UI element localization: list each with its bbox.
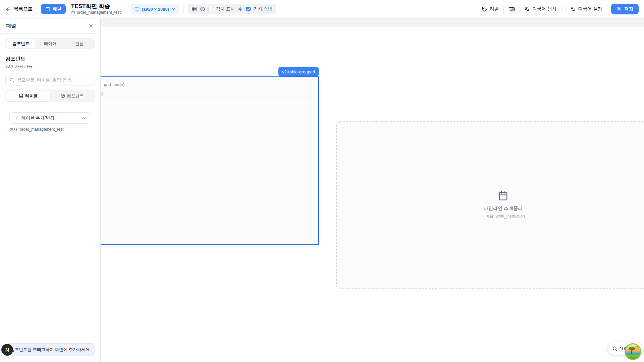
placeholder-table-ref: 테이블: work_instruction <box>481 214 525 219</box>
page-title: TEST화면 화승 <box>71 3 121 10</box>
save-button-label: 저장 <box>624 6 633 12</box>
filter-tab-tables[interactable]: 테이블 <box>6 90 50 101</box>
sliders-icon <box>571 7 576 12</box>
toolbar-right: 라벨 다국어 생성 <box>477 4 639 14</box>
toolbar-divider <box>37 5 37 13</box>
current-table-text: 현재: order_management_test <box>9 127 91 132</box>
drag-hint: 컴포넌트를 드래그하여 화면에 추가하세요 <box>5 343 95 356</box>
panel-divider <box>5 137 95 137</box>
timeline-scheduler-placeholder[interactable]: 타임라인 스케줄러 테이블: work_instruction <box>336 121 644 289</box>
user-presence-avatar: N <box>1 344 13 356</box>
component-header-text: : part_code) <box>101 82 124 87</box>
filter-tab-components[interactable]: 컴포넌트 <box>50 90 94 101</box>
eye-off-icon[interactable] <box>200 6 205 12</box>
component-search <box>5 74 95 85</box>
grid-show-checkbox[interactable] <box>208 7 213 11</box>
grid-toolbar-group: 격자 표시 격자 스냅 <box>188 4 276 14</box>
grid-snap-label: 격자 스냅 <box>254 6 272 12</box>
keyboard-icon <box>508 6 515 12</box>
add-table-button[interactable]: 테이블 추가/변경 <box>9 112 91 124</box>
palm-trunk-shape <box>631 349 633 354</box>
tab-layers[interactable]: 레이어 <box>36 39 65 48</box>
side-panel: 패널 컴포넌트 레이어 편집 컴포넌트 83개 사용 가능 <box>0 18 101 362</box>
plus-icon <box>14 116 18 120</box>
drag-hint-text: 컴포넌트를 <box>11 347 33 352</box>
i18n-settings-label: 다국어 설정 <box>578 6 602 12</box>
panel-toggle-button[interactable]: 패널 <box>41 4 66 14</box>
arrow-left-icon <box>5 6 11 12</box>
tab-edit[interactable]: 편집 <box>65 39 94 48</box>
languages-icon <box>525 7 530 12</box>
database-icon <box>71 10 75 14</box>
resolution-value: (644 × 362) <box>142 7 169 12</box>
resolution-select[interactable]: (644 × 362) <box>130 4 179 14</box>
canvas-guide-line <box>101 47 644 47</box>
i18n-settings-button[interactable]: 다국어 설정 <box>566 4 607 14</box>
panel-header: 패널 <box>0 18 100 34</box>
magnifier-icon <box>612 346 618 351</box>
save-button[interactable]: 저장 <box>611 4 639 14</box>
drag-hint-text: 하여 화면에 추가하세요 <box>45 347 90 352</box>
chevron-down-icon <box>83 116 87 120</box>
search-input[interactable] <box>17 77 91 82</box>
label-button-text: 라벨 <box>490 6 499 12</box>
save-icon <box>616 7 622 12</box>
database-icon <box>19 94 23 98</box>
screen-title-block: TEST화면 화승 order_management_test <box>71 3 121 15</box>
i18n-generate-label: 다국어 생성 <box>532 6 556 12</box>
components-section-title: 컴포넌트 <box>5 56 95 62</box>
chevron-down-icon <box>171 7 175 11</box>
close-icon <box>88 23 94 28</box>
bound-table-name: order_management_test <box>77 10 121 15</box>
tag-icon <box>482 7 487 12</box>
bolt-icon <box>238 7 243 12</box>
placeholder-title: 타임라인 스케줄러 <box>484 205 523 212</box>
package-icon <box>60 94 65 98</box>
screen-editor: v2-table-grouped : part_code) g 타임라인 스케줄… <box>0 0 644 362</box>
keyboard-shortcuts-button[interactable] <box>508 5 516 13</box>
components-count: 83개 사용 가능 <box>5 64 95 69</box>
panel-body: 컴포넌트 83개 사용 가능 테이블 <box>0 56 100 137</box>
filter-tab-label: 컴포넌트 <box>67 93 84 99</box>
toolbar-divider <box>183 5 184 13</box>
add-table-label: 테이블 추가/변경 <box>21 115 54 121</box>
back-button[interactable]: 목록으로 <box>5 6 33 12</box>
tab-components[interactable]: 컴포넌트 <box>6 39 36 48</box>
toolbar-divider <box>126 5 126 13</box>
bound-table-ref: order_management_test <box>71 10 121 15</box>
back-label: 목록으로 <box>14 6 33 12</box>
drag-hint-bold: 드래그 <box>33 347 46 352</box>
component-subheader-text: g <box>101 91 104 96</box>
panel-title: 패널 <box>6 23 16 29</box>
panel-tabs: 컴포넌트 레이어 편집 <box>5 38 95 49</box>
monitor-icon <box>135 7 140 12</box>
toolbar: 목록으로 패널 TEST화면 화승 <box>0 0 644 18</box>
grid-icon[interactable] <box>192 6 197 12</box>
search-icon <box>9 77 14 82</box>
grid-snap-checkbox[interactable] <box>246 7 251 11</box>
source-filter-tabs: 테이블 컴포넌트 <box>5 89 95 102</box>
filter-tab-label: 테이블 <box>25 93 38 99</box>
canvas-top-strip <box>101 18 644 27</box>
panel-toggle-label: 패널 <box>53 6 61 12</box>
panel-close-button[interactable] <box>88 22 94 29</box>
toolbar-left: 목록으로 패널 TEST화면 화승 <box>5 3 276 15</box>
sidebar-panel-icon <box>45 7 50 12</box>
label-button[interactable]: 라벨 <box>477 4 504 14</box>
selected-component-badge: v2-table-grouped <box>278 67 319 76</box>
i18n-generate-button[interactable]: 다국어 생성 <box>520 4 561 14</box>
grid-show-label: 격자 표시 <box>216 6 235 12</box>
island-sticker <box>625 343 641 360</box>
calendar-icon <box>498 191 508 201</box>
